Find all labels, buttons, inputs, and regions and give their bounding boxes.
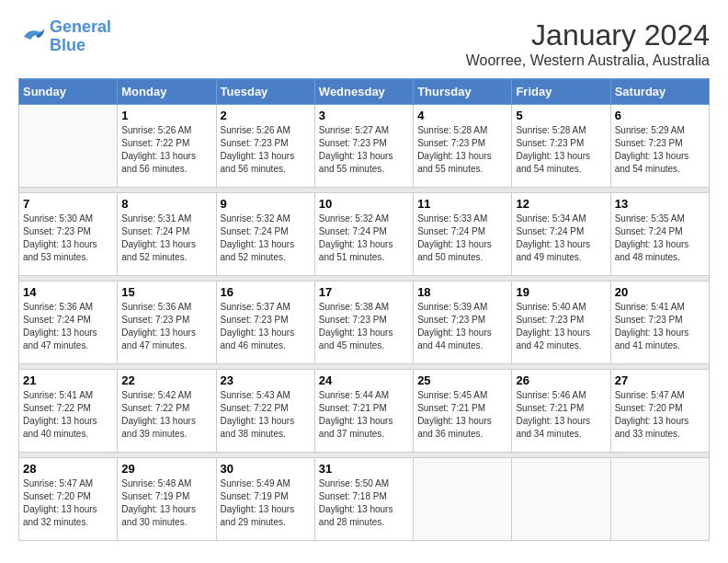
- calendar-cell: [19, 105, 118, 188]
- calendar-cell: [610, 458, 709, 541]
- calendar-cell: 19Sunrise: 5:40 AMSunset: 7:23 PMDayligh…: [512, 282, 610, 364]
- calendar-cell: 15Sunrise: 5:36 AMSunset: 7:23 PMDayligh…: [118, 282, 216, 364]
- calendar-cell: 6Sunrise: 5:29 AMSunset: 7:23 PMDaylight…: [610, 105, 709, 188]
- day-number: 31: [319, 462, 409, 476]
- day-number: 28: [23, 462, 113, 476]
- day-info: Sunrise: 5:50 AMSunset: 7:18 PMDaylight:…: [319, 477, 409, 529]
- calendar-subtitle: Woorree, Western Australia, Australia: [466, 52, 710, 69]
- day-info: Sunrise: 5:45 AMSunset: 7:21 PMDaylight:…: [417, 389, 507, 441]
- calendar-cell: 31Sunrise: 5:50 AMSunset: 7:18 PMDayligh…: [314, 458, 413, 541]
- day-number: 17: [319, 285, 409, 299]
- calendar-cell: 3Sunrise: 5:27 AMSunset: 7:23 PMDaylight…: [314, 105, 413, 188]
- day-info: Sunrise: 5:40 AMSunset: 7:23 PMDaylight:…: [516, 301, 606, 352]
- title-area: January 2024 Woorree, Western Australia,…: [466, 18, 710, 69]
- header-cell-thursday: Thursday: [414, 79, 512, 105]
- day-info: Sunrise: 5:43 AMSunset: 7:22 PMDaylight:…: [221, 389, 311, 441]
- calendar-cell: 4Sunrise: 5:28 AMSunset: 7:23 PMDaylight…: [414, 105, 512, 188]
- logo: General Blue: [18, 18, 111, 55]
- calendar-cell: 24Sunrise: 5:44 AMSunset: 7:21 PMDayligh…: [314, 370, 413, 453]
- day-info: Sunrise: 5:41 AMSunset: 7:22 PMDaylight:…: [23, 389, 113, 441]
- header-row: SundayMondayTuesdayWednesdayThursdayFrid…: [19, 79, 710, 105]
- calendar-cell: [512, 458, 610, 541]
- header: General Blue January 2024 Woorree, Weste…: [18, 18, 710, 69]
- day-info: Sunrise: 5:47 AMSunset: 7:20 PMDaylight:…: [23, 477, 113, 529]
- calendar-cell: 26Sunrise: 5:46 AMSunset: 7:21 PMDayligh…: [512, 370, 610, 453]
- day-info: Sunrise: 5:29 AMSunset: 7:23 PMDaylight:…: [615, 124, 705, 176]
- day-number: 25: [417, 373, 507, 387]
- day-number: 1: [121, 109, 211, 122]
- day-info: Sunrise: 5:27 AMSunset: 7:23 PMDaylight:…: [319, 124, 409, 176]
- day-number: 11: [417, 197, 507, 211]
- day-info: Sunrise: 5:37 AMSunset: 7:23 PMDaylight:…: [221, 301, 311, 352]
- calendar-cell: 5Sunrise: 5:28 AMSunset: 7:23 PMDaylight…: [512, 105, 610, 188]
- header-cell-friday: Friday: [512, 79, 610, 105]
- day-number: 15: [121, 285, 211, 299]
- day-number: 19: [516, 285, 606, 299]
- calendar-cell: 12Sunrise: 5:34 AMSunset: 7:24 PMDayligh…: [512, 193, 610, 276]
- calendar-cell: 29Sunrise: 5:48 AMSunset: 7:19 PMDayligh…: [118, 458, 216, 541]
- day-number: 2: [221, 109, 311, 122]
- header-cell-wednesday: Wednesday: [314, 79, 413, 105]
- week-row-3: 14Sunrise: 5:36 AMSunset: 7:24 PMDayligh…: [19, 282, 710, 364]
- day-number: 13: [615, 197, 705, 211]
- logo-icon: [18, 23, 46, 51]
- calendar-cell: 25Sunrise: 5:45 AMSunset: 7:21 PMDayligh…: [414, 370, 512, 453]
- header-cell-sunday: Sunday: [19, 79, 118, 105]
- day-number: 8: [121, 197, 211, 211]
- day-number: 3: [319, 109, 409, 122]
- calendar-cell: 14Sunrise: 5:36 AMSunset: 7:24 PMDayligh…: [19, 282, 118, 364]
- calendar-cell: 28Sunrise: 5:47 AMSunset: 7:20 PMDayligh…: [19, 458, 118, 541]
- calendar-cell: 21Sunrise: 5:41 AMSunset: 7:22 PMDayligh…: [19, 370, 118, 453]
- day-number: 14: [23, 285, 113, 299]
- header-cell-monday: Monday: [118, 79, 216, 105]
- header-cell-tuesday: Tuesday: [216, 79, 314, 105]
- day-info: Sunrise: 5:36 AMSunset: 7:24 PMDaylight:…: [23, 301, 113, 352]
- day-info: Sunrise: 5:30 AMSunset: 7:23 PMDaylight:…: [23, 213, 113, 264]
- calendar-cell: 20Sunrise: 5:41 AMSunset: 7:23 PMDayligh…: [610, 282, 709, 364]
- day-number: 10: [319, 197, 409, 211]
- day-number: 27: [615, 373, 705, 387]
- calendar-cell: 18Sunrise: 5:39 AMSunset: 7:23 PMDayligh…: [414, 282, 512, 364]
- calendar-cell: 11Sunrise: 5:33 AMSunset: 7:24 PMDayligh…: [414, 193, 512, 276]
- calendar-cell: 16Sunrise: 5:37 AMSunset: 7:23 PMDayligh…: [216, 282, 314, 364]
- week-row-4: 21Sunrise: 5:41 AMSunset: 7:22 PMDayligh…: [19, 370, 710, 453]
- day-info: Sunrise: 5:32 AMSunset: 7:24 PMDaylight:…: [319, 213, 409, 264]
- header-cell-saturday: Saturday: [610, 79, 709, 105]
- logo-text: General Blue: [50, 18, 111, 55]
- day-info: Sunrise: 5:46 AMSunset: 7:21 PMDaylight:…: [516, 389, 606, 441]
- day-info: Sunrise: 5:42 AMSunset: 7:22 PMDaylight:…: [121, 389, 211, 441]
- calendar-cell: 22Sunrise: 5:42 AMSunset: 7:22 PMDayligh…: [118, 370, 216, 453]
- calendar-title: January 2024: [466, 18, 710, 52]
- day-info: Sunrise: 5:33 AMSunset: 7:24 PMDaylight:…: [417, 213, 507, 264]
- day-info: Sunrise: 5:36 AMSunset: 7:23 PMDaylight:…: [121, 301, 211, 352]
- day-info: Sunrise: 5:28 AMSunset: 7:23 PMDaylight:…: [417, 124, 507, 176]
- day-info: Sunrise: 5:32 AMSunset: 7:24 PMDaylight:…: [221, 213, 311, 264]
- day-number: 6: [615, 109, 705, 122]
- calendar-cell: 2Sunrise: 5:26 AMSunset: 7:23 PMDaylight…: [216, 105, 314, 188]
- day-info: Sunrise: 5:49 AMSunset: 7:19 PMDaylight:…: [221, 477, 311, 529]
- day-info: Sunrise: 5:28 AMSunset: 7:23 PMDaylight:…: [516, 124, 606, 176]
- calendar-cell: 9Sunrise: 5:32 AMSunset: 7:24 PMDaylight…: [216, 193, 314, 276]
- week-row-2: 7Sunrise: 5:30 AMSunset: 7:23 PMDaylight…: [19, 193, 710, 276]
- day-info: Sunrise: 5:35 AMSunset: 7:24 PMDaylight:…: [615, 213, 705, 264]
- day-number: 4: [417, 109, 507, 122]
- day-info: Sunrise: 5:31 AMSunset: 7:24 PMDaylight:…: [121, 213, 211, 264]
- day-number: 21: [23, 373, 113, 387]
- calendar-cell: 23Sunrise: 5:43 AMSunset: 7:22 PMDayligh…: [216, 370, 314, 453]
- day-number: 23: [221, 373, 311, 387]
- calendar-cell: 7Sunrise: 5:30 AMSunset: 7:23 PMDaylight…: [19, 193, 118, 276]
- calendar-cell: 27Sunrise: 5:47 AMSunset: 7:20 PMDayligh…: [610, 370, 709, 453]
- day-info: Sunrise: 5:44 AMSunset: 7:21 PMDaylight:…: [319, 389, 409, 441]
- calendar-cell: 13Sunrise: 5:35 AMSunset: 7:24 PMDayligh…: [610, 193, 709, 276]
- day-number: 9: [221, 197, 311, 211]
- day-number: 5: [516, 109, 606, 122]
- day-number: 24: [319, 373, 409, 387]
- page-container: General Blue January 2024 Woorree, Weste…: [18, 18, 710, 541]
- day-number: 18: [417, 285, 507, 299]
- calendar-cell: 30Sunrise: 5:49 AMSunset: 7:19 PMDayligh…: [216, 458, 314, 541]
- week-row-5: 28Sunrise: 5:47 AMSunset: 7:20 PMDayligh…: [19, 458, 710, 541]
- day-info: Sunrise: 5:38 AMSunset: 7:23 PMDaylight:…: [319, 301, 409, 352]
- day-number: 7: [23, 197, 113, 211]
- day-info: Sunrise: 5:26 AMSunset: 7:22 PMDaylight:…: [121, 124, 211, 176]
- calendar-cell: 10Sunrise: 5:32 AMSunset: 7:24 PMDayligh…: [314, 193, 413, 276]
